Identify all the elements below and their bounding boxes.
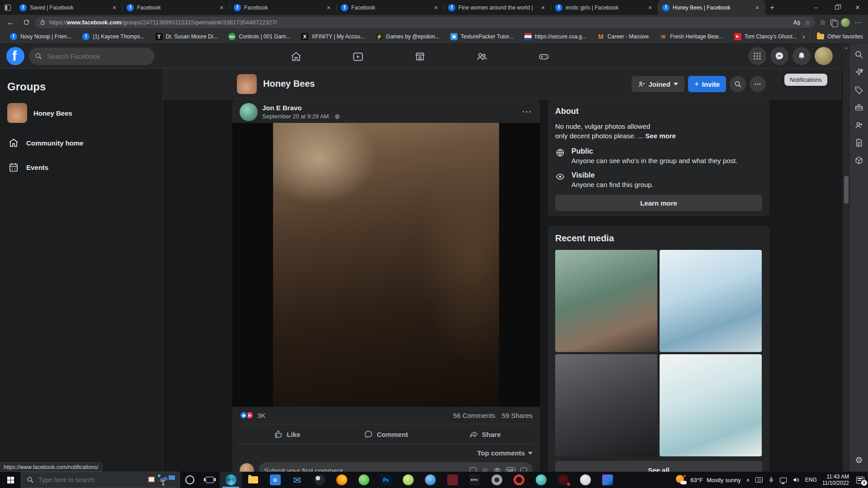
bookmark-item[interactable]: https://secure.ssa.g... [519, 30, 592, 43]
meet-now-icon[interactable] [755, 477, 763, 483]
see-all-button[interactable]: See all [555, 461, 762, 472]
volume-icon[interactable] [792, 476, 800, 483]
comment-sort-button[interactable]: Top comments [232, 445, 540, 460]
tab-actions-button[interactable] [0, 0, 15, 15]
language-indicator[interactable]: ENG [805, 477, 817, 483]
gif-icon[interactable]: GIF [506, 467, 515, 472]
post-photo[interactable] [273, 123, 499, 407]
taskbar-clock[interactable]: 11:43 AM 11/10/2022 [822, 474, 849, 486]
tab-close-icon[interactable]: × [110, 4, 118, 12]
camera-icon[interactable] [494, 467, 501, 472]
profile-avatar[interactable] [815, 47, 833, 65]
taskbar-search-input[interactable] [38, 476, 142, 483]
media-thumbnail[interactable] [660, 250, 762, 352]
bookmark-item[interactable]: MCareer - Massive [592, 30, 654, 43]
nav-gaming-tab[interactable] [513, 44, 575, 69]
hidden-icons-chevron[interactable]: ∧ [746, 477, 750, 483]
page-scrollbar[interactable]: ▴ [843, 44, 850, 472]
minimize-button[interactable]: – [806, 0, 826, 15]
taskbar-app-firefox[interactable] [330, 472, 353, 488]
taskbar-app-steam[interactable] [308, 472, 330, 488]
group-search-button[interactable] [730, 76, 746, 92]
bookmark-item[interactable]: ▶Tom Clancy's Ghost... [729, 30, 802, 43]
bookmarks-overflow-chevron[interactable]: › [802, 33, 805, 41]
read-aloud-icon[interactable]: A)) [793, 19, 800, 26]
browser-tab-3[interactable]: f Facebook × [230, 0, 337, 15]
taskbar-app-teal[interactable] [530, 472, 552, 488]
apps-menu-button[interactable] [748, 47, 766, 65]
network-icon[interactable] [780, 478, 787, 483]
see-more-link[interactable]: See more [645, 132, 676, 140]
document-icon[interactable] [854, 138, 863, 147]
nav-watch-tab[interactable] [327, 44, 389, 69]
notifications-button[interactable] [793, 47, 811, 65]
taskbar-app-microsoft-store[interactable]: ⊞ [264, 472, 286, 488]
avatar-sticker-icon[interactable] [470, 467, 476, 472]
browser-profile-avatar[interactable] [841, 18, 850, 27]
taskbar-app-file-explorer[interactable] [242, 472, 264, 488]
taskbar-app-epic-games[interactable]: EPIC [463, 472, 486, 488]
browser-tab-1[interactable]: f Saved | Facebook × [15, 0, 123, 15]
new-tab-button[interactable]: + [765, 0, 779, 15]
joined-button[interactable]: Joined [632, 76, 684, 92]
close-button[interactable]: × [847, 0, 868, 15]
sidebar-item-honey-bees[interactable]: Honey Bees [7, 102, 155, 124]
messenger-button[interactable] [770, 47, 788, 65]
taskbar-app-gray[interactable] [486, 472, 508, 488]
group-more-button[interactable]: ⋯ [750, 76, 766, 92]
nav-groups-tab[interactable] [451, 44, 513, 69]
media-thumbnail[interactable] [660, 354, 762, 456]
shares-count[interactable]: 59 Shares [502, 412, 533, 419]
learn-more-button[interactable]: Learn more [555, 195, 762, 211]
browser-tab-5[interactable]: f Fine women around the world | × [444, 0, 551, 15]
other-favorites-button[interactable]: Other favorites [814, 33, 866, 40]
microphone-icon[interactable] [768, 476, 774, 483]
like-button[interactable]: Like [238, 426, 337, 442]
taskbar-app-maroon[interactable] [441, 472, 463, 488]
group-avatar[interactable] [237, 74, 257, 94]
post-menu-button[interactable]: ⋯ [522, 106, 533, 117]
people-icon[interactable] [854, 121, 863, 130]
taskbar-app-lime[interactable] [397, 472, 419, 488]
bookmark-item[interactable]: TDr. Susan Moore Di... [150, 30, 223, 43]
tab-close-icon[interactable]: × [217, 4, 226, 12]
author-avatar[interactable] [240, 103, 258, 121]
restore-button[interactable] [826, 0, 847, 15]
search-input[interactable] [47, 47, 149, 65]
taskbar-app-darkred[interactable] [552, 472, 574, 488]
browser-tab-6[interactable]: f erotic girls | Facebook × [551, 0, 658, 15]
sticker-icon[interactable] [520, 467, 527, 472]
emoji-icon[interactable]: ☺ [481, 466, 489, 472]
sidebar-item-events[interactable]: Events [7, 162, 155, 173]
collections-icon[interactable] [830, 19, 836, 25]
bookmark-item[interactable]: XXFINITY | My Accou... [296, 30, 370, 43]
scroll-up-arrow[interactable]: ▴ [843, 44, 850, 51]
taskbar-app-light[interactable] [574, 472, 596, 488]
author-name[interactable]: Jon E Bravo [262, 103, 340, 112]
media-thumbnail[interactable] [555, 250, 657, 352]
add-favorite-star-icon[interactable]: ☆ [805, 19, 811, 26]
invite-button[interactable]: + Invite [688, 76, 726, 92]
comment-button[interactable]: Comment [337, 426, 436, 442]
browser-tab-active[interactable]: f Honey Bees | Facebook × [658, 0, 765, 15]
settings-menu-icon[interactable]: ⋯ [854, 19, 862, 27]
bookmark-item[interactable]: ▣TexturePacker Tutor... [445, 30, 519, 43]
back-button[interactable]: ← [5, 17, 17, 28]
start-button[interactable] [0, 472, 21, 488]
cortana-button[interactable] [180, 472, 200, 488]
sidebar-item-community-home[interactable]: Community home [7, 137, 155, 148]
comments-count[interactable]: 56 Comments [453, 412, 495, 419]
task-view-button[interactable] [200, 472, 220, 488]
tab-close-icon[interactable]: × [325, 4, 333, 12]
favorites-icon[interactable]: ☆ [820, 18, 826, 27]
tab-close-icon[interactable]: × [539, 4, 547, 12]
taskbar-app-blue[interactable] [419, 472, 441, 488]
taskbar-app-mail[interactable]: ✉ [286, 472, 308, 488]
facebook-logo[interactable]: f [6, 47, 24, 65]
facebook-search[interactable] [29, 47, 155, 65]
discover-sparkle-icon[interactable] [854, 68, 863, 77]
browser-tab-4[interactable]: f Facebook × [337, 0, 444, 15]
reaction-count[interactable]: 3K [257, 412, 265, 419]
package-icon[interactable] [854, 156, 863, 165]
bookmark-item[interactable]: ⚡Games by @epsilon... [370, 30, 445, 43]
